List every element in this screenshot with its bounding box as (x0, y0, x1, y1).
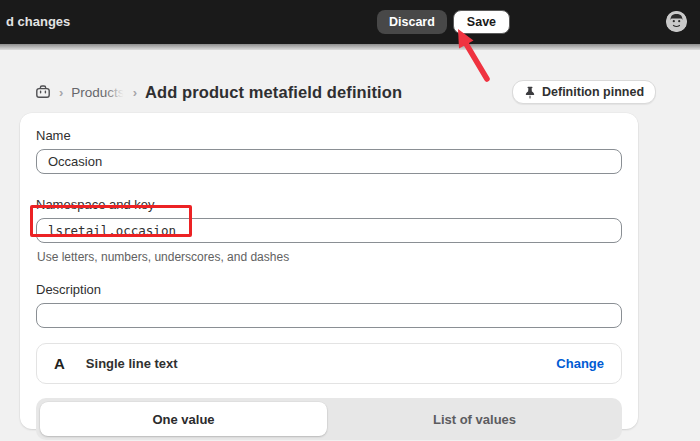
avatar[interactable] (666, 11, 687, 32)
tab-list-of-values[interactable]: List of values (327, 398, 622, 440)
content-type-row: A Single line text Change (36, 343, 622, 384)
tab-one-value[interactable]: One value (40, 402, 327, 436)
save-button[interactable]: Save (453, 10, 510, 34)
unsaved-changes-label: d changes (6, 14, 70, 29)
change-type-link[interactable]: Change (556, 356, 604, 371)
topbar-actions: Discard Save (377, 10, 510, 34)
discard-button[interactable]: Discard (377, 10, 447, 34)
user-face-icon (666, 11, 687, 32)
definition-pinned-button[interactable]: Definition pinned (512, 80, 656, 104)
namespace-key-input[interactable] (36, 218, 622, 243)
breadcrumb-separator: › (133, 85, 137, 100)
topbar-shadow-strip (0, 44, 700, 50)
description-label: Description (36, 282, 622, 297)
custom-data-icon[interactable] (35, 84, 51, 100)
definition-pinned-label: Definition pinned (542, 85, 644, 99)
breadcrumb-separator: › (59, 85, 63, 100)
text-type-icon: A (54, 355, 65, 372)
content-type-label: Single line text (86, 356, 535, 371)
breadcrumb-item-products[interactable]: Products (71, 85, 124, 100)
value-mode-segmented-control: One value List of values (36, 398, 622, 440)
topbar: d changes Discard Save (0, 0, 700, 44)
namespace-help-text: Use letters, numbers, underscores, and d… (37, 250, 622, 264)
breadcrumb: › Products › Add product metafield defin… (35, 80, 402, 104)
namespace-key-label: Namespace and key (36, 197, 622, 212)
name-label: Name (36, 128, 622, 143)
metafield-definition-card: Name Namespace and key Use letters, numb… (20, 113, 638, 429)
pin-icon (524, 86, 536, 99)
name-input[interactable] (36, 149, 622, 174)
page-title: Add product metafield definition (145, 83, 402, 102)
description-input[interactable] (36, 303, 622, 328)
